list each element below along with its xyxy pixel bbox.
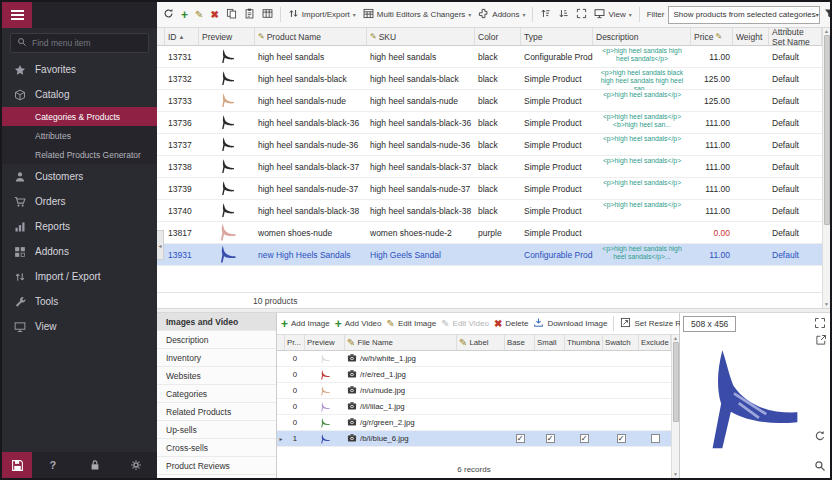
- category-filter-select[interactable]: Show products from selected categories ▾: [668, 6, 820, 24]
- header-color[interactable]: Color: [475, 28, 521, 45]
- sidebar-item-reports[interactable]: Reports: [2, 214, 157, 239]
- zoom-icon[interactable]: [814, 460, 826, 474]
- header-sku[interactable]: ✎SKU: [367, 28, 475, 45]
- settings-button[interactable]: [115, 459, 157, 471]
- table-row[interactable]: 13740high heel sandals-black-38high heel…: [157, 200, 822, 222]
- base-checkbox[interactable]: ✓: [516, 434, 525, 443]
- table-row[interactable]: 13733high heel sandals-nudehigh heel san…: [157, 90, 822, 112]
- addons-menu[interactable]: Addons▾: [475, 6, 528, 23]
- tab-product-reviews[interactable]: Product Reviews: [157, 457, 276, 475]
- download-image-button[interactable]: Download Image: [531, 315, 609, 332]
- refresh-button[interactable]: [160, 6, 177, 23]
- image-row[interactable]: 0/g/r/green_2.jpg: [277, 415, 671, 431]
- table-row[interactable]: 13817women shoes-nudewomen shoes-nude-2p…: [157, 222, 822, 244]
- sidebar-item-related-products-generator[interactable]: Related Products Generator: [2, 145, 157, 164]
- lock-button[interactable]: [74, 459, 116, 471]
- swatch-checkbox[interactable]: ✓: [617, 434, 626, 443]
- sidebar-collapse-handle[interactable]: ◂: [157, 230, 164, 260]
- sort-asc-button[interactable]: [537, 6, 554, 23]
- edit-product-button[interactable]: ✎: [192, 7, 206, 22]
- tab-categories[interactable]: Categories: [157, 385, 276, 403]
- sidebar-item-import-export[interactable]: Import / Export: [2, 264, 157, 289]
- header-price[interactable]: Price✎: [691, 28, 733, 45]
- tab-websites[interactable]: Websites: [157, 367, 276, 385]
- grid-vertical-scrollbar[interactable]: ▲ ▼: [822, 28, 830, 308]
- view-menu[interactable]: View▾: [591, 6, 634, 23]
- scrollbar-thumb[interactable]: [673, 342, 679, 422]
- table-row[interactable]: 13739high heel sandals-nude-37high heel …: [157, 178, 822, 200]
- header-description[interactable]: Description: [593, 28, 691, 45]
- sidebar-item-favorites[interactable]: Favorites: [2, 57, 157, 82]
- sidebar-item-tools[interactable]: Tools: [2, 289, 157, 314]
- menu-search-input[interactable]: [32, 38, 142, 48]
- header-preview[interactable]: Preview: [305, 335, 345, 350]
- open-external-icon[interactable]: [815, 334, 827, 348]
- table-row[interactable]: 13731high heel sandalshigh heel sandalsb…: [157, 46, 822, 68]
- help-button[interactable]: ?: [32, 459, 74, 471]
- fullscreen-icon[interactable]: [814, 317, 826, 331]
- header-preview[interactable]: Preview: [199, 28, 255, 45]
- import-export-menu[interactable]: Import/Export▾: [285, 6, 359, 23]
- table-row[interactable]: 13732high heel sandals-blackhigh heel sa…: [157, 68, 822, 90]
- cell-product-name: high heel sandals-nude-36: [255, 140, 367, 150]
- multi-editors-menu[interactable]: Multi Editors & Changers▾: [360, 6, 475, 23]
- scrollbar-thumb[interactable]: [824, 35, 830, 225]
- header-exclude[interactable]: Exclude: [639, 335, 671, 350]
- tab-related-products[interactable]: Related Products: [157, 403, 276, 421]
- sidebar-item-customers[interactable]: Customers: [2, 164, 157, 189]
- rotate-icon[interactable]: [814, 430, 826, 444]
- tab-cross-sells[interactable]: Cross-sells: [157, 439, 276, 457]
- table-row[interactable]: 13737high heel sandals-nude-36high heel …: [157, 134, 822, 156]
- image-row[interactable]: 0/r/e/red_1.jpg: [277, 367, 671, 383]
- table-row[interactable]: ▸13931new High Heels SandalsHigh Geels S…: [157, 244, 822, 266]
- delete-product-button[interactable]: ✖: [207, 7, 221, 22]
- table-row[interactable]: 13736high heel sandals-black-36high heel…: [157, 112, 822, 134]
- sidebar-item-catalog[interactable]: Catalog: [2, 82, 157, 107]
- sidebar-item-addons[interactable]: Addons: [2, 239, 157, 264]
- columns-button[interactable]: [259, 6, 276, 23]
- images-grid-scrollbar[interactable]: ▲ ▼: [671, 335, 679, 478]
- image-row[interactable]: ▸1/b/l/blue_6.jpg✓✓✓✓: [277, 431, 671, 447]
- tab-description[interactable]: Description: [157, 331, 276, 349]
- header-attribute-set[interactable]: Attribute Set Name: [769, 28, 822, 45]
- header-base[interactable]: Base: [505, 335, 535, 350]
- sidebar-item-orders[interactable]: Orders: [2, 189, 157, 214]
- header-small[interactable]: Small: [535, 335, 565, 350]
- sort-desc-button[interactable]: [555, 6, 572, 23]
- exclude-checkbox[interactable]: [651, 434, 660, 443]
- edit-image-button[interactable]: ✎Edit Image: [385, 316, 439, 331]
- delete-image-button[interactable]: ✖Delete: [492, 316, 531, 331]
- sidebar-item-attributes[interactable]: Attributes: [2, 126, 157, 145]
- tab-inventory[interactable]: Inventory: [157, 349, 276, 367]
- table-row[interactable]: 13738high heel sandals-black-37high heel…: [157, 156, 822, 178]
- small-checkbox[interactable]: ✓: [546, 434, 555, 443]
- add-video-button[interactable]: +Add Video: [333, 317, 384, 331]
- header-position[interactable]: Pr...: [285, 335, 305, 350]
- tab-images-and-video[interactable]: Images and Video: [157, 313, 276, 331]
- header-type[interactable]: Type: [521, 28, 593, 45]
- add-image-button[interactable]: +Add Image: [279, 317, 332, 331]
- header-id[interactable]: ID▲: [165, 28, 199, 45]
- fit-columns-button[interactable]: [573, 6, 590, 23]
- filters-button[interactable]: Filters▾: [821, 6, 832, 23]
- thumb-checkbox[interactable]: ✓: [580, 434, 589, 443]
- image-row[interactable]: 0/l/i/lilac_1.jpg: [277, 399, 671, 415]
- add-product-button[interactable]: +: [178, 8, 191, 22]
- image-row[interactable]: 0/n/u/nude.jpg: [277, 383, 671, 399]
- header-product-name[interactable]: ✎Product Name: [255, 28, 367, 45]
- sidebar-search[interactable]: [10, 33, 149, 53]
- header-thumbnail[interactable]: Thumbna: [565, 335, 603, 350]
- sidebar-item-view[interactable]: View: [2, 314, 157, 339]
- paste-button[interactable]: [241, 6, 258, 23]
- menu-toggle-button[interactable]: [2, 2, 32, 28]
- header-label[interactable]: ✎Label: [457, 335, 505, 350]
- header-file-name[interactable]: ✎File Name: [345, 335, 457, 350]
- header-swatch[interactable]: Swatch: [603, 335, 639, 350]
- sidebar-item-categories-products[interactable]: Categories & Products: [2, 107, 157, 126]
- header-weight[interactable]: Weight: [733, 28, 769, 45]
- image-row[interactable]: 0/w/h/white_1.jpg: [277, 351, 671, 367]
- edit-video-button[interactable]: ✎Edit Video: [439, 316, 491, 331]
- save-button[interactable]: [2, 452, 32, 478]
- tab-up-sells[interactable]: Up-sells: [157, 421, 276, 439]
- copy-button[interactable]: [223, 6, 240, 23]
